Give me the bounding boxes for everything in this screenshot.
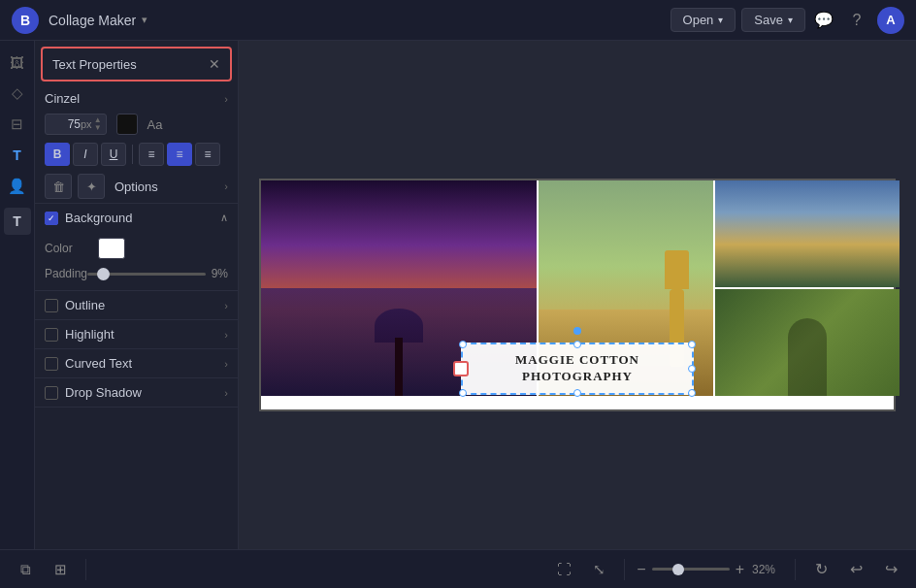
background-header[interactable]: Background ∧ — [35, 204, 238, 232]
topbar: B Collage Maker ▾ Open ▾ Save ▾ 💬 ? A — [0, 0, 916, 41]
curved-text-checkbox[interactable] — [45, 357, 58, 371]
sidebar-images-btn[interactable]: 🖼 — [4, 49, 31, 76]
properties-panel: Text Properties ✕ Cinzel › px ▲ ▼ Aa B I — [35, 41, 239, 549]
help-button[interactable]: ? — [842, 6, 871, 35]
sidebar-shapes-btn[interactable]: ◇ — [4, 80, 31, 107]
drop-shadow-section[interactable]: Drop Shadow › — [35, 378, 238, 408]
icon-sidebar: 🖼 ◇ ⊟ T 👤 T — [0, 41, 35, 549]
redo-button[interactable]: ↪ — [877, 556, 904, 583]
padding-slider[interactable] — [87, 273, 206, 276]
drop-shadow-chevron-icon: › — [224, 387, 228, 399]
overlay-text: MAGGIE COTTON PHOTOGRAPHY — [515, 352, 639, 385]
zoom-group: − + — [637, 561, 744, 578]
undo-button[interactable]: ↩ — [842, 556, 869, 583]
padding-row: Padding 9% — [45, 267, 228, 280]
handle-middle-left-selected[interactable] — [453, 361, 469, 376]
save-chevron-icon: ▾ — [788, 15, 793, 25]
handle-bottom-center[interactable] — [573, 389, 581, 397]
app-title-chevron[interactable]: ▾ — [142, 14, 147, 26]
align-left-button[interactable]: ≡ — [139, 143, 164, 166]
outline-chevron-icon: › — [224, 300, 228, 311]
avatar[interactable]: A — [877, 7, 904, 34]
highlight-label: Highlight — [65, 327, 224, 342]
underline-button[interactable]: U — [101, 143, 126, 166]
panel-close-button[interactable]: ✕ — [209, 56, 220, 72]
open-button[interactable]: Open ▾ — [671, 8, 736, 32]
outline-label: Outline — [65, 298, 224, 312]
font-size-unit: px — [81, 118, 92, 130]
font-size-input-wrap: px ▲ ▼ — [45, 114, 107, 135]
rotate-handle[interactable] — [573, 327, 581, 335]
sidebar-text-active-btn[interactable]: T — [4, 208, 31, 235]
text-overlay[interactable]: MAGGIE COTTON PHOTOGRAPHY — [461, 343, 694, 395]
app-title: Collage Maker — [49, 13, 136, 28]
handle-bottom-left[interactable] — [459, 389, 467, 397]
bg-color-swatch[interactable] — [98, 238, 125, 259]
font-name-label: Cinzel — [45, 91, 80, 106]
font-size-input[interactable] — [49, 117, 81, 131]
text-transform-button[interactable]: Aa — [147, 117, 163, 132]
layers-bottom-button[interactable]: ⧉ — [12, 556, 39, 583]
text-color-swatch[interactable] — [116, 114, 138, 135]
background-chevron-icon: ∧ — [220, 212, 228, 224]
highlight-checkbox[interactable] — [45, 328, 58, 342]
background-checkbox[interactable] — [45, 212, 58, 225]
comment-button[interactable]: 💬 — [809, 6, 838, 35]
font-row: Cinzel › — [35, 87, 238, 110]
photo-sky — [715, 180, 900, 287]
handle-top-center[interactable] — [573, 341, 581, 348]
handle-top-left[interactable] — [459, 341, 467, 348]
italic-button[interactable]: I — [73, 143, 98, 166]
padding-value: 9% — [212, 267, 228, 280]
photo-camera — [715, 289, 900, 396]
size-down-button[interactable]: ▼ — [94, 124, 102, 132]
resize-button[interactable]: ⤡ — [585, 556, 612, 583]
bold-button[interactable]: B — [45, 143, 70, 166]
sidebar-text-btn[interactable]: T — [4, 142, 31, 169]
canvas-area: MAGGIE COTTON PHOTOGRAPHY — [239, 41, 916, 549]
curved-text-label: Curved Text — [65, 356, 224, 371]
bottom-separator-3 — [795, 559, 796, 580]
padding-label: Padding — [45, 267, 87, 280]
align-right-button[interactable]: ≡ — [195, 143, 220, 166]
save-button[interactable]: Save ▾ — [741, 8, 805, 32]
bg-color-label: Color — [45, 242, 98, 255]
curved-text-section[interactable]: Curved Text › — [35, 349, 238, 378]
handle-bottom-right[interactable] — [688, 389, 696, 397]
drop-shadow-checkbox[interactable] — [45, 386, 58, 400]
background-label: Background — [65, 211, 220, 225]
options-row: Options › — [111, 180, 228, 194]
sidebar-people-btn[interactable]: 👤 — [4, 173, 31, 200]
background-body: Color Padding 9% — [35, 232, 238, 290]
handle-middle-right[interactable] — [688, 365, 696, 373]
size-color-row: px ▲ ▼ Aa — [35, 110, 238, 139]
handle-top-right[interactable] — [688, 341, 696, 348]
grid-bottom-button[interactable]: ⊞ — [47, 556, 74, 583]
size-arrows: ▲ ▼ — [94, 116, 102, 132]
bg-color-row: Color — [45, 238, 228, 259]
zoom-slider[interactable] — [652, 568, 730, 571]
align-center-button[interactable]: ≡ — [167, 143, 192, 166]
highlight-section[interactable]: Highlight › — [35, 320, 238, 349]
bottom-toolbar: ⧉ ⊞ ⛶ ⤡ − + 32% ↻ ↩ ↪ — [0, 549, 916, 588]
bottom-separator-2 — [624, 559, 625, 580]
sidebar-grid-btn[interactable]: ⊟ — [4, 111, 31, 138]
delete-button[interactable]: 🗑 — [45, 174, 72, 199]
zoom-label: 32% — [752, 563, 783, 576]
outline-checkbox[interactable] — [45, 299, 58, 312]
effects-button[interactable]: ✦ — [78, 174, 105, 199]
background-section: Background ∧ Color Padding 9% — [35, 204, 238, 291]
outline-section[interactable]: Outline › — [35, 291, 238, 320]
bottom-separator-1 — [85, 559, 86, 580]
fit-screen-button[interactable]: ⛶ — [550, 556, 577, 583]
collage: MAGGIE COTTON PHOTOGRAPHY — [259, 179, 896, 411]
zoom-in-button[interactable]: + — [736, 561, 744, 578]
zoom-out-button[interactable]: − — [637, 561, 645, 578]
refresh-button[interactable]: ↻ — [807, 556, 834, 583]
panel-title: Text Properties — [52, 57, 137, 72]
main-layout: 🖼 ◇ ⊟ T 👤 T Text Properties ✕ Cinzel › p… — [0, 41, 916, 549]
highlight-chevron-icon: › — [224, 329, 228, 341]
action-row: 🗑 ✦ Options › — [35, 170, 238, 204]
format-separator — [132, 145, 133, 164]
font-chevron-icon: › — [224, 93, 228, 105]
